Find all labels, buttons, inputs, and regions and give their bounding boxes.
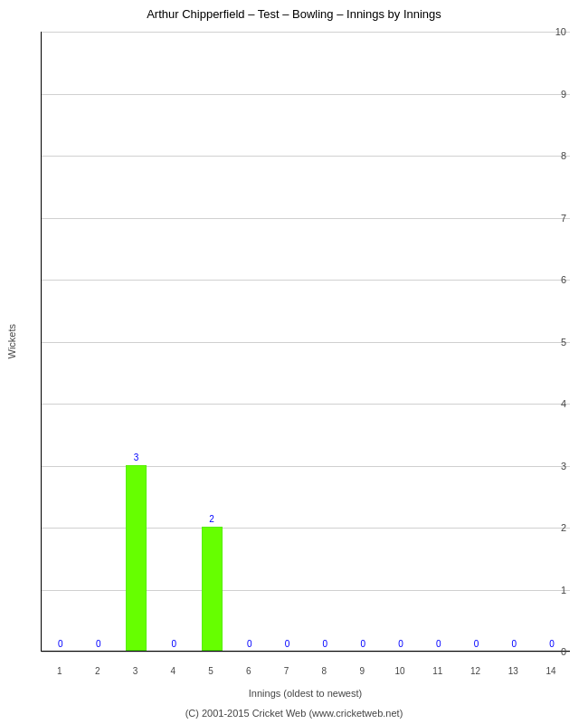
y-tick-label: 3 [561,461,566,472]
y-tick-label: 10 [555,26,566,37]
x-tick-label: 9 [359,666,365,676]
x-labels: 1234567891011121314 [41,666,570,681]
bar-zero-label: 0 [360,639,365,649]
y-tick-label: 5 [561,337,566,348]
grid-line [42,218,570,219]
y-tick-label: 2 [561,522,566,533]
x-tick-label: 3 [133,666,138,676]
bar-zero-label: 0 [58,639,63,649]
bar-zero-label: 0 [474,639,479,649]
y-tick-label: 4 [561,398,566,409]
bar-zero-label: 0 [323,639,328,649]
grid-line [42,342,570,343]
bar [202,527,223,651]
x-tick-label: 12 [470,666,480,676]
grid-line [42,652,570,653]
y-tick-label: 9 [561,89,566,100]
chart-title: Arthur Chipperfield – Test – Bowling – I… [0,0,588,24]
chart-container: Arthur Chipperfield – Test – Bowling – I… [0,0,588,724]
bar-zero-label: 0 [171,639,176,649]
bar-zero-label: 0 [285,639,290,649]
y-tick-label: 6 [561,274,566,285]
grid-line [42,404,570,405]
x-tick-label: 1 [57,666,62,676]
bar-value-label: 3 [134,452,139,462]
bar-zero-label: 0 [512,639,517,649]
grid-line [42,280,570,281]
grid-line [42,590,570,591]
grid-line [42,466,570,467]
x-tick-label: 6 [246,666,251,676]
chart-area: 01234567891000302000000000 [41,32,570,652]
bar-zero-label: 0 [398,639,403,649]
x-tick-label: 13 [508,666,518,676]
x-tick-label: 7 [284,666,289,676]
y-axis-title: Wickets [5,32,18,652]
x-tick-label: 11 [432,666,442,676]
y-tick-label: 0 [561,646,566,657]
grid-line [42,156,570,157]
bar-zero-label: 0 [549,639,555,649]
x-tick-label: 8 [322,666,327,676]
y-tick-label: 1 [561,585,566,595]
bar-zero-label: 0 [247,639,252,649]
bar-zero-label: 0 [436,639,441,649]
bar-value-label: 2 [209,514,214,524]
grid-line [42,32,570,33]
bar-zero-label: 0 [96,639,101,649]
x-tick-label: 2 [95,666,100,676]
footer: (C) 2001-2015 Cricket Web (www.cricketwe… [0,708,588,719]
x-axis-title: Innings (oldest to newest) [41,688,570,699]
grid-line [42,528,570,529]
x-tick-label: 10 [394,666,404,676]
x-tick-label: 14 [546,666,556,676]
bar [126,465,147,652]
y-tick-label: 7 [561,213,566,224]
x-tick-label: 5 [208,666,213,676]
grid-line [42,94,570,95]
y-tick-label: 8 [561,150,566,161]
x-tick-label: 4 [170,666,175,676]
